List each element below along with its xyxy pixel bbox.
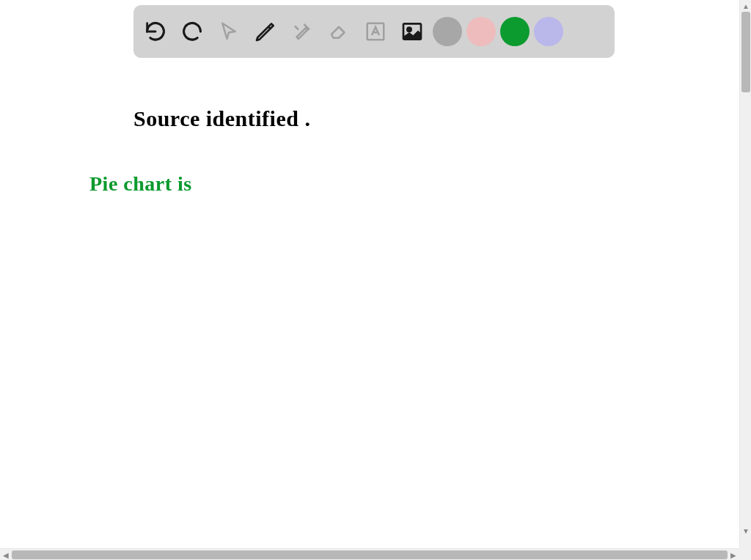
toolbar: [133, 5, 615, 58]
horizontal-scrollbar-thumb[interactable]: [12, 550, 728, 559]
handwriting-line-2: Pie chart is: [89, 172, 192, 196]
redo-button[interactable]: [176, 15, 208, 48]
text-icon: [364, 21, 387, 43]
chevron-up-icon: ▲: [742, 2, 750, 10]
vertical-scrollbar-thumb[interactable]: [741, 12, 750, 92]
undo-button[interactable]: [139, 15, 172, 48]
color-swatch-green[interactable]: [500, 17, 530, 46]
scroll-left-button[interactable]: ◀: [0, 549, 12, 560]
app-viewport: Source identified . Pie chart is ▲ ▼ ◀ ▶: [0, 0, 751, 560]
eraser-tool-button[interactable]: [323, 15, 355, 48]
eraser-icon: [328, 21, 350, 43]
image-icon: [400, 20, 424, 43]
scroll-right-button[interactable]: ▶: [728, 549, 739, 560]
pencil-tool-button[interactable]: [249, 15, 282, 48]
handwriting-line-1: Source identified .: [133, 106, 310, 131]
chevron-left-icon: ◀: [3, 551, 9, 559]
pointer-icon: [218, 21, 240, 43]
scroll-up-button[interactable]: ▲: [740, 0, 751, 12]
scrollbar-corner: [739, 548, 751, 560]
color-swatch-lavender[interactable]: [534, 17, 563, 46]
color-swatch-gray[interactable]: [433, 17, 462, 46]
redo-icon: [180, 19, 205, 44]
svg-point-2: [407, 28, 411, 32]
undo-icon: [143, 19, 168, 44]
color-swatch-pink[interactable]: [466, 17, 496, 46]
text-tool-button[interactable]: [359, 15, 392, 48]
chevron-right-icon: ▶: [730, 551, 736, 559]
build-tools-button[interactable]: [286, 15, 318, 48]
horizontal-scrollbar[interactable]: ◀ ▶: [0, 548, 751, 560]
build-tools-icon: [291, 21, 313, 43]
canvas-area[interactable]: Source identified . Pie chart is: [0, 0, 739, 548]
scroll-down-button[interactable]: ▼: [740, 525, 751, 537]
image-tool-button[interactable]: [396, 15, 428, 48]
chevron-down-icon: ▼: [742, 527, 750, 535]
pencil-icon: [254, 20, 277, 43]
pointer-tool-button[interactable]: [213, 15, 245, 48]
vertical-scrollbar[interactable]: ▲ ▼: [739, 0, 751, 548]
